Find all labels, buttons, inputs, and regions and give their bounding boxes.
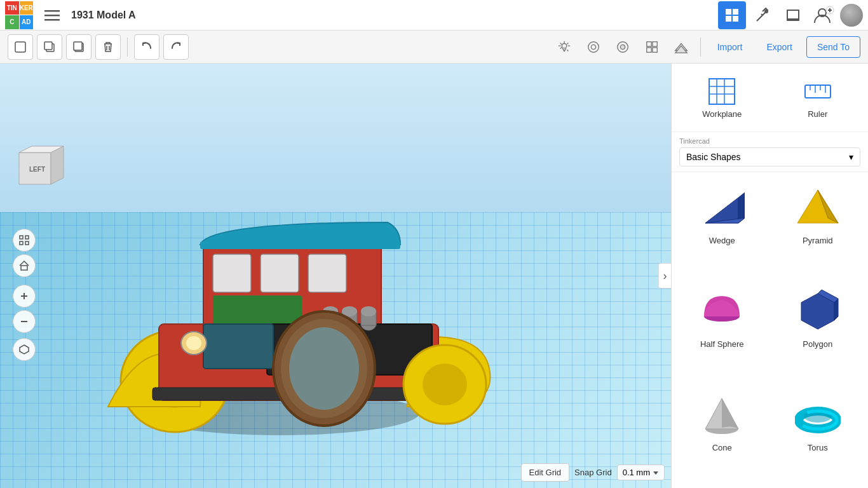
flip-button[interactable] [668, 34, 694, 60]
fit-view-button[interactable] [13, 229, 36, 252]
toolbar-separator [127, 37, 128, 57]
zoom-out-button[interactable] [13, 310, 36, 333]
svg-marker-72 [653, 471, 658, 475]
svg-rect-27 [653, 47, 657, 51]
svg-rect-49 [200, 241, 400, 249]
workplane-button[interactable]: Workplane [679, 71, 765, 124]
topbar: TIN KER C AD 1931 Model A [0, 0, 868, 30]
svg-rect-26 [646, 47, 651, 51]
category-dropdown[interactable]: Basic Shapes ▾ [679, 147, 860, 166]
pyramid-icon [792, 182, 843, 233]
hamburger-button[interactable] [38, 1, 66, 29]
svg-rect-37 [25, 241, 29, 245]
polygon-icon [792, 286, 843, 337]
svg-point-71 [186, 336, 201, 350]
main-content: LEFT [0, 64, 868, 488]
shape-cone[interactable]: Cone [677, 384, 768, 483]
svg-point-20 [591, 44, 595, 49]
duplicate-button[interactable] [66, 34, 92, 60]
3d-view-button[interactable] [13, 338, 36, 361]
shape-half-sphere[interactable]: Half Sphere [677, 281, 768, 379]
edit-grid-button[interactable]: Edit Grid [521, 463, 570, 482]
logo-ad: AD [20, 15, 34, 29]
logo-tin: TIN [5, 1, 19, 15]
svg-rect-1 [44, 15, 60, 17]
car-3d-model [76, 127, 534, 445]
svg-rect-36 [20, 241, 23, 245]
navigation-cube[interactable]: LEFT [13, 140, 70, 197]
svg-rect-9 [788, 11, 798, 18]
svg-rect-4 [733, 9, 738, 15]
build-button[interactable] [749, 1, 776, 29]
cone-icon [696, 390, 747, 440]
align-button[interactable] [581, 34, 606, 60]
new-shape-button[interactable] [8, 34, 33, 60]
svg-rect-78 [709, 79, 735, 104]
add-user-button[interactable] [810, 1, 837, 29]
undo-button[interactable] [134, 34, 159, 60]
grid-view-button[interactable] [718, 1, 746, 29]
3d-viewport[interactable]: LEFT [0, 64, 671, 488]
svg-marker-92 [834, 299, 838, 320]
shape-pyramid[interactable]: Pyramid [773, 177, 864, 276]
top-right-controls [718, 1, 863, 29]
svg-rect-5 [726, 16, 731, 22]
mirror-button[interactable] [610, 34, 635, 60]
ruler-button[interactable]: Ruler [775, 71, 861, 124]
snap-grid-value[interactable]: 0.1 mm [617, 464, 665, 480]
svg-rect-73 [709, 79, 735, 104]
svg-rect-50 [213, 254, 251, 292]
svg-point-19 [562, 43, 566, 48]
toolbar-right: Import Export Send To [552, 34, 860, 60]
shape-torus[interactable]: Torus [773, 384, 864, 483]
svg-rect-14 [15, 42, 25, 52]
user-avatar[interactable] [840, 4, 863, 27]
svg-rect-6 [733, 16, 738, 22]
bottom-controls: Edit Grid Snap Grid 0.1 mm [521, 463, 665, 482]
zoom-in-button[interactable] [13, 285, 36, 308]
tinkercad-logo: TIN KER C AD [5, 1, 33, 29]
svg-point-67 [289, 327, 359, 410]
dropdown-arrow-icon: ▾ [849, 152, 853, 162]
svg-rect-16 [44, 42, 52, 50]
shape-polygon[interactable]: Polygon [773, 281, 864, 379]
svg-rect-55 [203, 324, 273, 369]
toolbar: Import Export Send To [0, 30, 868, 64]
svg-text:LEFT: LEFT [29, 166, 45, 173]
svg-rect-34 [20, 236, 23, 239]
svg-rect-79 [805, 85, 831, 98]
svg-point-69 [423, 363, 467, 405]
svg-marker-42 [20, 345, 29, 354]
export-button[interactable]: Export [756, 37, 802, 57]
right-panel: Workplane Ruler Tinkercad Basic Shapes ▾ [671, 64, 868, 488]
svg-rect-51 [261, 254, 299, 292]
torus-icon [792, 390, 843, 440]
gallery-button[interactable] [779, 1, 807, 29]
svg-rect-18 [74, 42, 82, 50]
zoom-controls [13, 229, 36, 361]
light-button[interactable] [552, 34, 577, 60]
svg-point-64 [361, 306, 376, 316]
svg-rect-24 [646, 41, 651, 46]
svg-rect-35 [25, 236, 29, 239]
svg-rect-38 [21, 266, 27, 270]
svg-rect-52 [308, 254, 346, 292]
svg-point-21 [588, 41, 599, 52]
panel-collapse-button[interactable]: › [658, 263, 671, 288]
send-to-button[interactable]: Send To [806, 36, 860, 58]
logo-ker: KER [20, 1, 34, 15]
workplane-ruler-bar: Workplane Ruler [672, 64, 868, 132]
group-button[interactable] [639, 34, 665, 60]
import-button[interactable]: Import [707, 37, 753, 57]
svg-rect-0 [44, 10, 60, 12]
home-view-button[interactable] [13, 254, 36, 277]
shapes-grid: Wedge Pyramid [672, 172, 868, 488]
svg-marker-29 [675, 46, 687, 53]
shape-category-selector: Tinkercad Basic Shapes ▾ [672, 132, 868, 172]
svg-point-22 [620, 44, 625, 49]
redo-button[interactable] [163, 34, 189, 60]
delete-button[interactable] [95, 34, 121, 60]
shape-wedge[interactable]: Wedge [677, 177, 768, 276]
logo-c: C [5, 15, 19, 29]
copy-button[interactable] [37, 34, 62, 60]
